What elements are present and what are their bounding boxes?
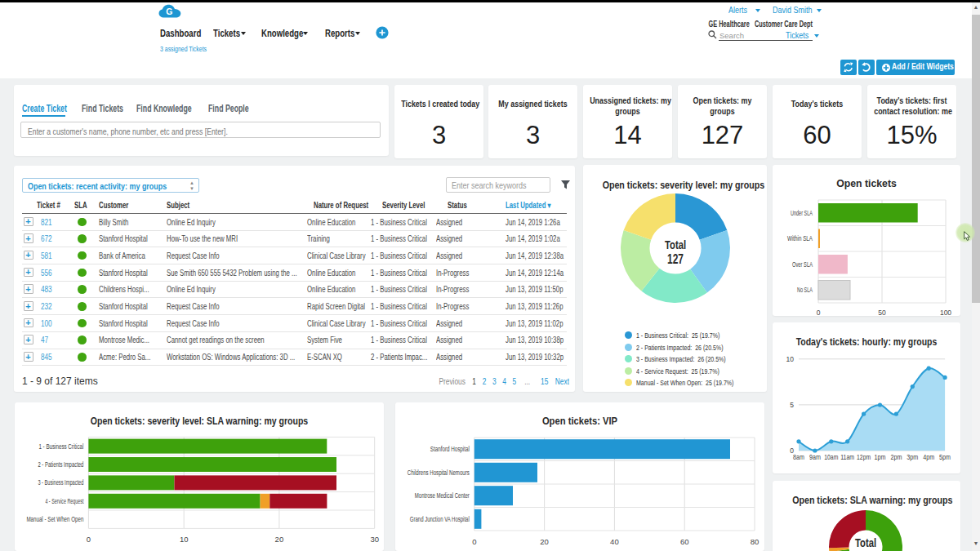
svg-text:80: 80 [751,537,760,546]
svg-text:Over SLA: Over SLA [792,260,813,269]
svg-text:5pm: 5pm [939,453,951,461]
svg-text:0: 0 [87,535,91,544]
svg-text:30: 30 [370,535,379,544]
svg-text:1pm: 1pm [875,453,886,461]
svg-text:No SLA: No SLA [797,286,813,294]
svg-text:20: 20 [275,535,284,544]
svg-text:Under SLA: Under SLA [791,209,813,217]
svg-text:12pm: 12pm [857,453,871,461]
svg-text:60: 60 [680,537,689,546]
svg-text:Within SLA: Within SLA [787,234,813,242]
svg-text:Montrose Medical Center: Montrose Medical Center [415,491,470,500]
svg-text:0: 0 [472,537,476,546]
svg-text:4pm: 4pm [923,453,934,461]
svg-text:Grand Junction VA Hospital: Grand Junction VA Hospital [410,515,470,523]
svg-text:3pm: 3pm [906,453,918,461]
svg-text:10: 10 [786,355,795,363]
svg-text:0: 0 [817,309,821,316]
svg-text:Manual - Set When Open: Manual - Set When Open [26,515,83,523]
svg-text:8am: 8am [793,453,804,461]
svg-text:50: 50 [878,309,886,316]
svg-text:1 - Business Critical: 1 - Business Critical [38,442,83,451]
svg-text:10am: 10am [824,453,838,461]
svg-text:10: 10 [180,535,189,544]
svg-text:11am: 11am [840,453,854,461]
svg-text:2pm: 2pm [890,453,902,461]
svg-text:100: 100 [940,309,951,316]
svg-text:Stanford Hospital: Stanford Hospital [430,445,470,453]
svg-text:3 - Business Impacted: 3 - Business Impacted [38,478,83,487]
svg-text:5: 5 [790,401,794,409]
svg-text:4 - Service Request: 4 - Service Request [45,497,83,505]
svg-text:9am: 9am [809,453,821,461]
svg-text:20: 20 [540,537,549,546]
svg-text:40: 40 [610,537,619,546]
svg-text:2 - Patients Impacted: 2 - Patients Impacted [38,460,83,469]
svg-text:G: G [166,7,172,16]
svg-text:Childrens Hospital Nemours: Childrens Hospital Nemours [408,469,470,477]
